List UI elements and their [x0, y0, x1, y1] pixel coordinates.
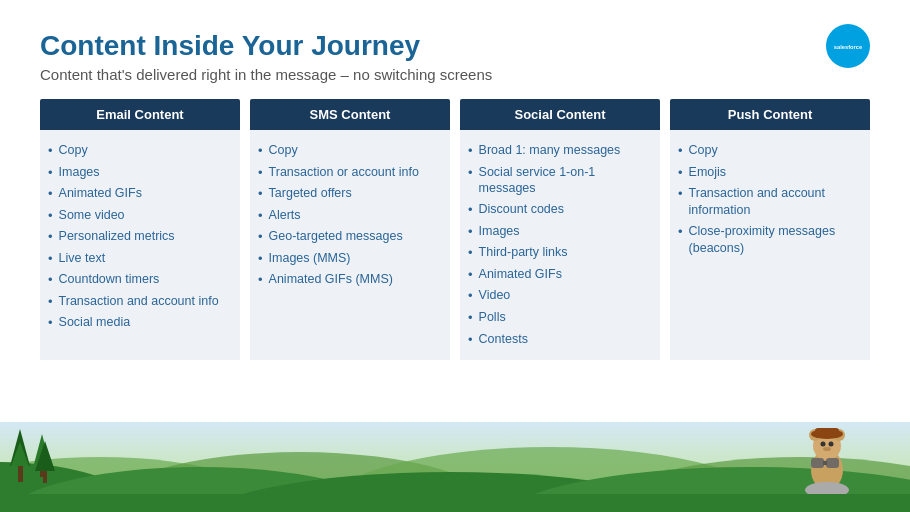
- column-body-push: CopyEmojisTransaction and account inform…: [670, 130, 870, 360]
- list-item: Emojis: [678, 162, 860, 184]
- column-list-push: CopyEmojisTransaction and account inform…: [678, 140, 860, 259]
- list-item: Discount codes: [468, 199, 650, 221]
- column-list-sms: CopyTransaction or account infoTargeted …: [258, 140, 440, 291]
- content-grid: Email ContentCopyImagesAnimated GIFsSome…: [40, 99, 870, 360]
- list-item: Transaction or account info: [258, 162, 440, 184]
- hills-svg: [0, 422, 910, 512]
- mascot-character: [795, 422, 860, 494]
- column-header-email: Email Content: [40, 99, 240, 130]
- column-header-social: Social Content: [460, 99, 660, 130]
- list-item: Transaction and account info: [48, 291, 230, 313]
- list-item: Video: [468, 285, 650, 307]
- column-social: Social ContentBroad 1: many messagesSoci…: [460, 99, 660, 360]
- list-item: Polls: [468, 307, 650, 329]
- svg-rect-26: [826, 458, 839, 468]
- list-item: Some video: [48, 205, 230, 227]
- slide: salesforce Content Inside Your Journey C…: [0, 0, 910, 512]
- list-item: Social media: [48, 312, 230, 334]
- column-sms: SMS ContentCopyTransaction or account in…: [250, 99, 450, 360]
- list-item: Animated GIFs: [468, 264, 650, 286]
- column-push: Push ContentCopyEmojisTransaction and ac…: [670, 99, 870, 360]
- header: Content Inside Your Journey Content that…: [40, 30, 870, 83]
- list-item: Geo-targeted messages: [258, 226, 440, 248]
- list-item: Transaction and account information: [678, 183, 860, 221]
- list-item: Personalized metrics: [48, 226, 230, 248]
- list-item: Images: [48, 162, 230, 184]
- list-item: Alerts: [258, 205, 440, 227]
- list-item: Targeted offers: [258, 183, 440, 205]
- column-list-email: CopyImagesAnimated GIFsSome videoPersona…: [48, 140, 230, 334]
- svg-rect-16: [43, 469, 47, 483]
- svg-point-30: [805, 482, 849, 494]
- list-item: Animated GIFs: [48, 183, 230, 205]
- column-email: Email ContentCopyImagesAnimated GIFsSome…: [40, 99, 240, 360]
- list-item: Animated GIFs (MMS): [258, 269, 440, 291]
- list-item: Copy: [48, 140, 230, 162]
- svg-rect-29: [815, 428, 839, 438]
- list-item: Social service 1-on-1 messages: [468, 162, 650, 200]
- column-header-sms: SMS Content: [250, 99, 450, 130]
- salesforce-logo: salesforce: [826, 24, 870, 68]
- list-item: Images (MMS): [258, 248, 440, 270]
- svg-rect-11: [18, 464, 23, 482]
- list-item: Images: [468, 221, 650, 243]
- svg-point-22: [821, 442, 826, 447]
- svg-text:salesforce: salesforce: [834, 44, 862, 50]
- list-item: Countdown timers: [48, 269, 230, 291]
- page-subtitle: Content that's delivered right in the me…: [40, 66, 870, 83]
- list-item: Copy: [258, 140, 440, 162]
- svg-rect-27: [823, 461, 827, 465]
- column-body-sms: CopyTransaction or account infoTargeted …: [250, 130, 450, 360]
- list-item: Contests: [468, 329, 650, 351]
- list-item: Third-party links: [468, 242, 650, 264]
- trees-left2: [30, 439, 60, 484]
- list-item: Broad 1: many messages: [468, 140, 650, 162]
- svg-point-23: [829, 442, 834, 447]
- landscape-decoration: [0, 422, 910, 512]
- svg-marker-17: [35, 441, 55, 471]
- column-body-social: Broad 1: many messagesSocial service 1-o…: [460, 130, 660, 360]
- svg-point-24: [823, 447, 831, 451]
- svg-rect-25: [811, 458, 824, 468]
- list-item: Copy: [678, 140, 860, 162]
- page-title: Content Inside Your Journey: [40, 30, 870, 62]
- column-list-social: Broad 1: many messagesSocial service 1-o…: [468, 140, 650, 350]
- svg-rect-10: [0, 494, 910, 512]
- list-item: Live text: [48, 248, 230, 270]
- list-item: Close-proximity messages (beacons): [678, 221, 860, 259]
- column-body-email: CopyImagesAnimated GIFsSome videoPersona…: [40, 130, 240, 360]
- column-header-push: Push Content: [670, 99, 870, 130]
